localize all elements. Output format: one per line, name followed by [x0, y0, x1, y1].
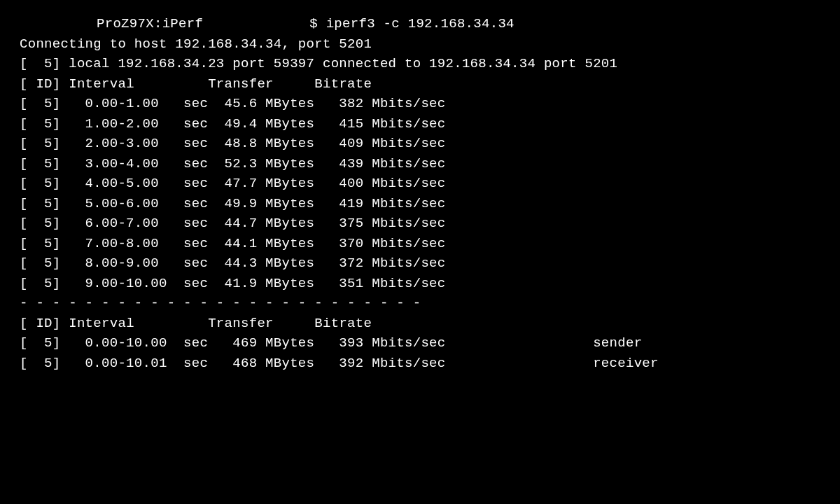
hostname: ProZ97X — [97, 16, 154, 31]
summary-row: [ 5] 0.00-10.01 sec 468 MBytes 392 Mbits… — [20, 354, 820, 374]
interval-row: [ 5] 2.00-3.00 sec 48.8 MBytes 409 Mbits… — [20, 134, 820, 154]
summary-header-interval: Interval — [69, 316, 134, 331]
header-interval: Interval — [69, 76, 134, 92]
summary-header-bitrate: Bitrate — [314, 316, 372, 331]
summary-header: [ ID] Interval Transfer Bitrate — [20, 314, 820, 334]
connection-details: [ 5] local 192.168.34.23 port 59397 conn… — [20, 54, 820, 74]
separator: - - - - - - - - - - - - - - - - - - - - … — [20, 293, 820, 314]
summary-header-id: [ ID] — [20, 316, 61, 331]
command-text: iperf3 -c 192.168.34.34 — [326, 16, 514, 31]
interval-row: [ 5] 7.00-8.00 sec 44.1 MBytes 370 Mbits… — [20, 234, 820, 254]
interval-row: [ 5] 5.00-6.00 sec 49.9 MBytes 419 Mbits… — [20, 194, 820, 214]
interval-row: [ 5] 1.00-2.00 sec 49.4 MBytes 415 Mbits… — [20, 114, 820, 134]
directory: iPerf — [162, 16, 204, 31]
interval-row: [ 5] 8.00-9.00 sec 44.3 MBytes 372 Mbits… — [20, 253, 820, 274]
interval-row: [ 5] 6.00-7.00 sec 44.7 MBytes 375 Mbits… — [20, 214, 820, 234]
header-id: [ ID] — [20, 76, 61, 92]
header-transfer: Transfer — [208, 76, 274, 92]
prompt-symbol: $ — [309, 16, 318, 31]
summary-header-transfer: Transfer — [208, 316, 274, 331]
prompt-line[interactable]: ProZ97X:iPerf $ iperf3 -c 192.168.34.34 — [20, 14, 820, 34]
interval-row: [ 5] 9.00-10.00 sec 41.9 MBytes 351 Mbit… — [20, 274, 820, 294]
summary-row: [ 5] 0.00-10.00 sec 469 MBytes 393 Mbits… — [20, 333, 820, 354]
header-bitrate: Bitrate — [314, 76, 372, 92]
interval-row: [ 5] 0.00-1.00 sec 45.6 MBytes 382 Mbits… — [20, 94, 820, 114]
connecting-line: Connecting to host 192.168.34.34, port 5… — [20, 34, 820, 55]
interval-row: [ 5] 3.00-4.00 sec 52.3 MBytes 439 Mbits… — [20, 154, 820, 174]
interval-row: [ 5] 4.00-5.00 sec 47.7 MBytes 400 Mbits… — [20, 174, 820, 194]
interval-header: [ ID] Interval Transfer Bitrate — [20, 74, 820, 94]
